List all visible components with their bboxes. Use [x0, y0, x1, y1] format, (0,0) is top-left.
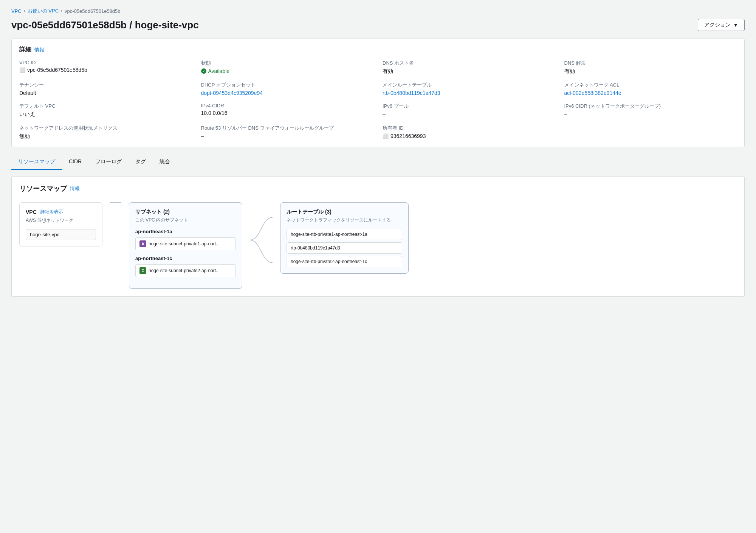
routetable-count: (3) [325, 209, 332, 215]
resource-map-card: リソースマップ 情報 VPC 詳細を表示 AWS 仮想ネットワーク hoge-s… [11, 176, 745, 297]
tab-resource-map[interactable]: リソースマップ [11, 155, 62, 170]
breadcrumb-sep1: › [24, 8, 25, 14]
main-acl-value: acl-002e558f382e9144e [564, 90, 737, 96]
resource-map-header: リソースマップ 情報 [19, 184, 737, 193]
page-header: vpc-05e5dd67501e58d5b / hoge-site-vpc アク… [11, 19, 745, 31]
az-label-1c: ap-northeast-1c [135, 256, 236, 261]
routetable-item-1: rtb-0b480bd119c1a47d3 [287, 242, 402, 254]
az-section-1c: ap-northeast-1c C hoge-site-subnet-priva… [135, 256, 236, 277]
ipv6-cidr-text: – [564, 111, 567, 117]
resource-map-diagram: VPC 詳細を表示 AWS 仮想ネットワーク hoge-site-vpc サブネ… [19, 202, 737, 289]
subnet-box: サブネット (2) この VPC 内のサブネット ap-northeast-1a… [129, 202, 242, 289]
ipv4-cidr-label: IPv4 CIDR [201, 103, 374, 108]
main-rt-label: メインルートテーブル [383, 82, 555, 88]
route53-label: Route 53 リゾルバー DNS ファイアウォールルールグループ [201, 125, 374, 132]
breadcrumb-my-vpc-link[interactable]: お使いの VPC [28, 8, 59, 14]
detail-network-addr: ネットワークアドレスの使用状況メトリクス 無効 [19, 125, 192, 140]
vpc-id-copy-icon[interactable]: ⬜ [19, 67, 25, 73]
detail-tenancy: テナンシー Default [19, 82, 192, 96]
main-acl-link[interactable]: acl-002e558f382e9144e [564, 90, 621, 96]
breadcrumb-current: vpc-05e5dd67501e58d5b [65, 8, 120, 14]
vpc-name-badge: hoge-site-vpc [26, 229, 96, 240]
main-rt-link[interactable]: rtb-0b480bd119c1a47d3 [383, 90, 440, 96]
default-vpc-text: いいえ [19, 111, 35, 118]
vpc-box-title: VPC [26, 209, 37, 215]
subnet-box-header: サブネット (2) [135, 209, 236, 215]
resource-map-info-link[interactable]: 情報 [70, 185, 80, 192]
dns-resolution-text: 有効 [564, 68, 575, 75]
page-title: vpc-05e5dd67501e58d5b / hoge-site-vpc [11, 19, 199, 31]
actions-label: アクション [704, 22, 731, 28]
ipv6-cidr-label: IPv6 CIDR (ネットワークボーダーグループ) [564, 103, 737, 110]
subnet-title-text: サブネット [135, 209, 162, 215]
routetable-box: ルートテーブル (3) ネットワークトラフィックをリソースにルートする hoge… [280, 202, 409, 274]
actions-chevron-icon: ▼ [733, 22, 738, 28]
vpc-detail-link[interactable]: 詳細を表示 [40, 209, 63, 215]
route53-text: – [201, 133, 204, 139]
owner-id-label: 所有者 ID [383, 125, 555, 132]
tenancy-value: Default [19, 90, 192, 96]
ipv6-cidr-value: – [564, 111, 737, 117]
detail-owner-id: 所有者 ID ⬜ 936216636993 [383, 125, 555, 140]
owner-id-value: ⬜ 936216636993 [383, 133, 555, 139]
tab-integration[interactable]: 統合 [153, 155, 177, 170]
routetable-box-header: ルートテーブル (3) [287, 209, 402, 215]
detail-route53: Route 53 リゾルバー DNS ファイアウォールルールグループ – [201, 125, 374, 140]
connector-svg [250, 202, 273, 278]
network-addr-text: 無効 [19, 133, 30, 140]
actions-button[interactable]: アクション ▼ [698, 19, 745, 31]
breadcrumb-vpc-link[interactable]: VPC [11, 8, 22, 14]
routetable-box-title: ルートテーブル (3) [287, 209, 332, 215]
ipv6-pool-text: – [383, 111, 386, 117]
resource-map-title: リソースマップ [19, 184, 67, 193]
dns-hostname-label: DNS ホスト名 [383, 60, 555, 67]
status-text: Available [208, 68, 230, 74]
tabs-container: リソースマップ CIDR フローログ タグ 統合 [11, 155, 745, 170]
main-rt-value: rtb-0b480bd119c1a47d3 [383, 90, 555, 96]
detail-info-link[interactable]: 情報 [34, 46, 44, 53]
subnet-name-1c: hoge-site-subnet-private2-ap-nort... [149, 268, 220, 273]
connector-vpc-subnet [110, 202, 121, 203]
subnet-badge-a: A [139, 240, 146, 247]
detail-dhcp: DHCP オプションセット dopt-09453d4c935209e94 [201, 82, 374, 96]
vpc-id-value: ⬜ vpc-05e5dd67501e58d5b [19, 67, 192, 73]
default-vpc-value: いいえ [19, 111, 192, 118]
detail-card-header: 詳細 情報 [19, 46, 737, 54]
owner-id-copy-icon[interactable]: ⬜ [383, 133, 389, 139]
dns-resolution-value: 有効 [564, 68, 737, 75]
status-dot-icon [201, 68, 206, 74]
tenancy-label: テナンシー [19, 82, 192, 88]
vpc-id-text: vpc-05e5dd67501e58d5b [27, 67, 87, 73]
status-label: 状態 [201, 60, 374, 67]
subnet-box-subtitle: この VPC 内のサブネット [135, 217, 236, 223]
detail-dns-hostname: DNS ホスト名 有効 [383, 60, 555, 75]
dns-hostname-text: 有効 [383, 68, 393, 75]
detail-main-rt: メインルートテーブル rtb-0b480bd119c1a47d3 [383, 82, 555, 96]
detail-default-vpc: デフォルト VPC いいえ [19, 103, 192, 118]
default-vpc-label: デフォルト VPC [19, 103, 192, 110]
detail-card-title: 詳細 [19, 46, 31, 54]
dhcp-link[interactable]: dopt-09453d4c935209e94 [201, 90, 263, 96]
az-label-1a: ap-northeast-1a [135, 229, 236, 234]
vpc-subtitle: AWS 仮想ネットワーク [26, 217, 96, 224]
breadcrumb: VPC › お使いの VPC › vpc-05e5dd67501e58d5b [11, 8, 745, 14]
routetable-item-2: hoge-site-rtb-private2-ap-northeast-1c [287, 256, 402, 267]
detail-ipv6-cidr: IPv6 CIDR (ネットワークボーダーグループ) – [564, 103, 737, 118]
detail-card: 詳細 情報 VPC ID ⬜ vpc-05e5dd67501e58d5b 状態 … [11, 39, 745, 147]
detail-main-acl: メインネットワーク ACL acl-002e558f382e9144e [564, 82, 737, 96]
tab-flow-log[interactable]: フローログ [88, 155, 129, 170]
az-section-1a: ap-northeast-1a A hoge-site-subnet-priva… [135, 229, 236, 250]
tab-tags[interactable]: タグ [129, 155, 153, 170]
dns-hostname-value: 有効 [383, 68, 555, 75]
network-addr-label: ネットワークアドレスの使用状況メトリクス [19, 125, 192, 132]
vpc-box-header: VPC 詳細を表示 [26, 209, 96, 215]
routetable-item-0: hoge-site-rtb-private1-ap-northeast-1a [287, 229, 402, 240]
tab-cidr[interactable]: CIDR [62, 155, 88, 170]
ipv6-pool-label: IPv6 プール [383, 103, 555, 110]
dns-resolution-label: DNS 解決 [564, 60, 737, 67]
dhcp-label: DHCP オプションセット [201, 82, 374, 88]
subnet-name-1a: hoge-site-subnet-private1-ap-nort... [149, 241, 220, 246]
routetable-box-subtitle: ネットワークトラフィックをリソースにルートする [287, 217, 402, 223]
subnet-item-1c: C hoge-site-subnet-private2-ap-nort... [135, 264, 236, 277]
ipv6-pool-value: – [383, 111, 555, 117]
